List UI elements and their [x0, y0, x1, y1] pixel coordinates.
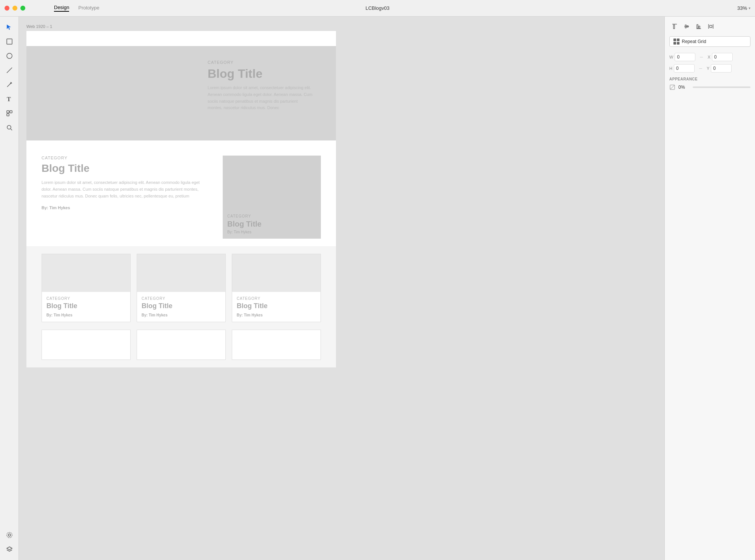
featured-image-overlay: CATEGORY Blog Title By: Tim Hykes — [223, 210, 321, 239]
svg-rect-23 — [710, 25, 712, 28]
search-tool[interactable] — [3, 122, 15, 134]
opacity-icon — [669, 84, 675, 90]
x-input[interactable] — [712, 53, 733, 61]
artboard-label: Web 1920 – 1 — [26, 24, 657, 29]
featured-section: CATEGORY Blog Title Lorem ipsum dolor si… — [26, 140, 336, 246]
svg-rect-7 — [7, 114, 9, 116]
bottom-card-row — [26, 330, 336, 367]
h-input[interactable] — [674, 64, 695, 73]
nav-bar — [26, 31, 336, 46]
hero-category: CATEGORY — [208, 60, 313, 65]
appearance-section: APPEARANCE 0% — [669, 77, 750, 90]
card-grid: CATEGORY Blog Title By: Tim Hykes CATEGO… — [26, 246, 336, 330]
traffic-lights — [5, 6, 25, 11]
hero-title: Blog Title — [208, 67, 313, 81]
y-label: Y — [707, 66, 709, 71]
rectangle-tool[interactable] — [3, 35, 15, 48]
repeat-grid-button[interactable]: Repeat Grid — [669, 36, 750, 47]
card-image-2 — [137, 254, 225, 292]
card-author-3: By: Tim Hykes — [237, 313, 316, 317]
ellipse-tool[interactable] — [3, 50, 15, 62]
blog-card-1: CATEGORY Blog Title By: Tim Hykes — [42, 254, 131, 322]
bottom-card-1 — [42, 330, 131, 360]
y-input[interactable] — [711, 64, 732, 73]
maximize-button[interactable] — [20, 6, 25, 11]
svg-marker-12 — [7, 547, 12, 550]
svg-line-3 — [7, 68, 12, 73]
svg-rect-19 — [699, 26, 700, 28]
bottom-card-3 — [232, 330, 321, 360]
svg-rect-18 — [697, 25, 698, 28]
card-image-1 — [42, 254, 130, 292]
card-image-3 — [232, 254, 320, 292]
tab-prototype[interactable]: Prototype — [78, 5, 99, 11]
svg-rect-14 — [673, 25, 675, 29]
card-category-3: CATEGORY — [237, 296, 316, 301]
alignment-row — [669, 21, 750, 32]
component-tool[interactable] — [3, 107, 15, 119]
tab-design[interactable]: Design — [54, 5, 69, 12]
svg-point-11 — [7, 532, 12, 538]
featured-image: CATEGORY Blog Title By: Tim Hykes — [223, 156, 321, 239]
zoom-value: 33% — [737, 5, 747, 11]
appearance-label: APPEARANCE — [669, 77, 750, 81]
artboard: CATEGORY Blog Title Lorem ipsum dolor si… — [26, 31, 336, 367]
featured-excerpt: Lorem ipsum dolor sit amet, consectetuer… — [42, 179, 208, 199]
text-tool[interactable]: T — [3, 93, 15, 105]
close-button[interactable] — [5, 6, 9, 11]
minimize-button[interactable] — [12, 6, 17, 11]
svg-point-8 — [7, 125, 11, 129]
w-input[interactable] — [675, 53, 695, 61]
line-tool[interactable] — [3, 64, 15, 76]
featured-title: Blog Title — [42, 162, 208, 174]
align-top-icon[interactable] — [669, 21, 680, 32]
hero-excerpt: Lorem ipsum dolor sit amet, consectetuer… — [208, 85, 313, 111]
pen-tool[interactable] — [3, 79, 15, 91]
align-bottom-icon[interactable] — [693, 21, 704, 32]
mode-tabs: Design Prototype — [54, 5, 737, 12]
right-panel: Repeat Grid W X H Y APPEARANCE 0% — [664, 17, 755, 560]
svg-rect-6 — [10, 111, 12, 113]
svg-rect-5 — [7, 111, 9, 113]
hero-section: CATEGORY Blog Title Lorem ipsum dolor si… — [26, 31, 336, 140]
left-toolbar: T — [0, 17, 19, 560]
canvas-area[interactable]: Web 1920 – 1 CATEGORY Blog Title Lorem i… — [19, 17, 664, 560]
opacity-value: 0% — [678, 85, 690, 90]
featured-category: CATEGORY — [42, 156, 208, 160]
dimensions-row-2: H Y — [669, 64, 750, 73]
svg-point-10 — [8, 534, 11, 536]
distribute-icon[interactable] — [706, 21, 716, 32]
svg-point-2 — [7, 53, 12, 59]
select-tool[interactable] — [3, 21, 15, 33]
svg-marker-0 — [7, 25, 11, 30]
svg-rect-1 — [7, 39, 12, 44]
h-label: H — [669, 66, 672, 71]
zoom-control[interactable]: 33% ▾ — [737, 5, 750, 11]
card-title-1: Blog Title — [46, 302, 126, 310]
featured-text: CATEGORY Blog Title Lorem ipsum dolor si… — [42, 156, 208, 210]
x-label: X — [707, 55, 710, 59]
symbols-tool[interactable] — [3, 529, 15, 541]
dimensions-row: W X — [669, 53, 750, 61]
document-title: LCBlogv03 — [365, 5, 390, 11]
blog-card-2: CATEGORY Blog Title By: Tim Hykes — [137, 254, 226, 322]
featured-author: By: Tim Hykes — [42, 205, 208, 210]
repeat-grid-icon — [673, 39, 680, 45]
bottom-card-2 — [137, 330, 226, 360]
titlebar: Design Prototype LCBlogv03 33% ▾ — [0, 0, 755, 17]
w-label: W — [669, 55, 673, 59]
layers-tool[interactable] — [3, 543, 15, 555]
svg-line-25 — [670, 85, 675, 89]
align-middle-icon[interactable] — [681, 21, 692, 32]
card-title-3: Blog Title — [237, 302, 316, 310]
opacity-row: 0% — [669, 84, 750, 90]
card-category-1: CATEGORY — [46, 296, 126, 301]
card-title-2: Blog Title — [142, 302, 221, 310]
featured-image-author: By: Tim Hykes — [227, 230, 316, 234]
featured-image-category: CATEGORY — [227, 214, 316, 218]
repeat-grid-label: Repeat Grid — [682, 39, 706, 44]
card-category-2: CATEGORY — [142, 296, 221, 301]
hero-content: CATEGORY Blog Title Lorem ipsum dolor si… — [208, 60, 313, 111]
opacity-slider[interactable] — [693, 86, 750, 88]
svg-text:T: T — [7, 96, 11, 102]
